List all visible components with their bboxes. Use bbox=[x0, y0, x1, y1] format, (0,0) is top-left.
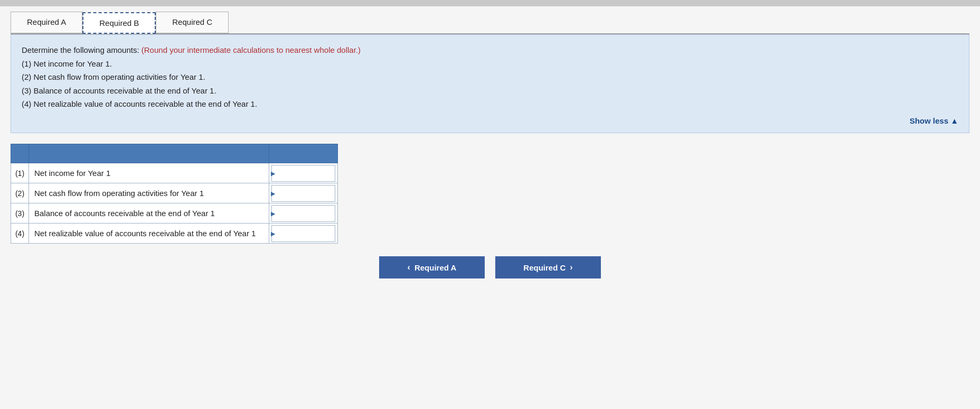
nav-buttons: ‹ Required A Required C › bbox=[11, 256, 969, 278]
table-row: (4) Net realizable value of accounts rec… bbox=[11, 224, 338, 244]
content-area: Required A Required B Required C Determi… bbox=[0, 6, 980, 294]
info-item-1: (1) Net income for Year 1. bbox=[22, 57, 958, 71]
row-2-input[interactable] bbox=[271, 185, 335, 202]
row-4-num: (4) bbox=[11, 224, 29, 244]
row-1-desc: Net income for Year 1 bbox=[29, 163, 269, 183]
next-button-label: Required C bbox=[523, 263, 566, 272]
table-row: (3) Balance of accounts receivable at th… bbox=[11, 203, 338, 224]
instruction-prefix: Determine the following amounts: bbox=[22, 45, 142, 54]
next-arrow-icon: › bbox=[570, 263, 572, 272]
row-2-num: (2) bbox=[11, 183, 29, 203]
row-3-num: (3) bbox=[11, 203, 29, 224]
row-4-input-cell[interactable] bbox=[269, 224, 338, 244]
row-4-desc: Net realizable value of accounts receiva… bbox=[29, 224, 269, 244]
info-item-2: (2) Net cash flow from operating activit… bbox=[22, 70, 958, 84]
prev-arrow-icon: ‹ bbox=[408, 263, 410, 272]
tabs-container: Required A Required B Required C bbox=[11, 12, 969, 34]
table-row: (2) Net cash flow from operating activit… bbox=[11, 183, 338, 203]
show-less-button[interactable]: Show less bbox=[910, 114, 958, 128]
row-2-desc: Net cash flow from operating activities … bbox=[29, 183, 269, 203]
row-2-input-cell[interactable] bbox=[269, 183, 338, 203]
info-item-3: (3) Balance of accounts receivable at th… bbox=[22, 84, 958, 98]
header-col-desc bbox=[29, 144, 269, 163]
row-1-input[interactable] bbox=[271, 165, 335, 182]
data-table: (1) Net income for Year 1 (2) Net cash f… bbox=[11, 144, 338, 244]
tab-required-a[interactable]: Required A bbox=[11, 12, 82, 33]
page-wrapper: Required A Required B Required C Determi… bbox=[0, 0, 980, 409]
header-col-num bbox=[11, 144, 29, 163]
instructions-text: Determine the following amounts: (Round … bbox=[22, 43, 958, 57]
tab-required-c[interactable]: Required C bbox=[156, 12, 229, 33]
tab-required-b[interactable]: Required B bbox=[82, 12, 156, 34]
table-row: (1) Net income for Year 1 bbox=[11, 163, 338, 183]
prev-button-label: Required A bbox=[414, 263, 456, 272]
round-note: (Round your intermediate calculations to… bbox=[142, 45, 361, 54]
row-3-input-cell[interactable] bbox=[269, 203, 338, 224]
header-col-value bbox=[269, 144, 338, 163]
prev-button[interactable]: ‹ Required A bbox=[379, 256, 485, 278]
info-item-4: (4) Net realizable value of accounts rec… bbox=[22, 97, 958, 111]
table-header-row bbox=[11, 144, 338, 163]
next-button[interactable]: Required C › bbox=[495, 256, 601, 278]
top-bar bbox=[0, 0, 980, 6]
row-1-num: (1) bbox=[11, 163, 29, 183]
row-3-desc: Balance of accounts receivable at the en… bbox=[29, 203, 269, 224]
show-less-row: Show less bbox=[22, 114, 958, 128]
row-1-input-cell[interactable] bbox=[269, 163, 338, 183]
row-4-input[interactable] bbox=[271, 225, 335, 242]
row-3-input[interactable] bbox=[271, 205, 335, 222]
info-box: Determine the following amounts: (Round … bbox=[11, 34, 969, 133]
